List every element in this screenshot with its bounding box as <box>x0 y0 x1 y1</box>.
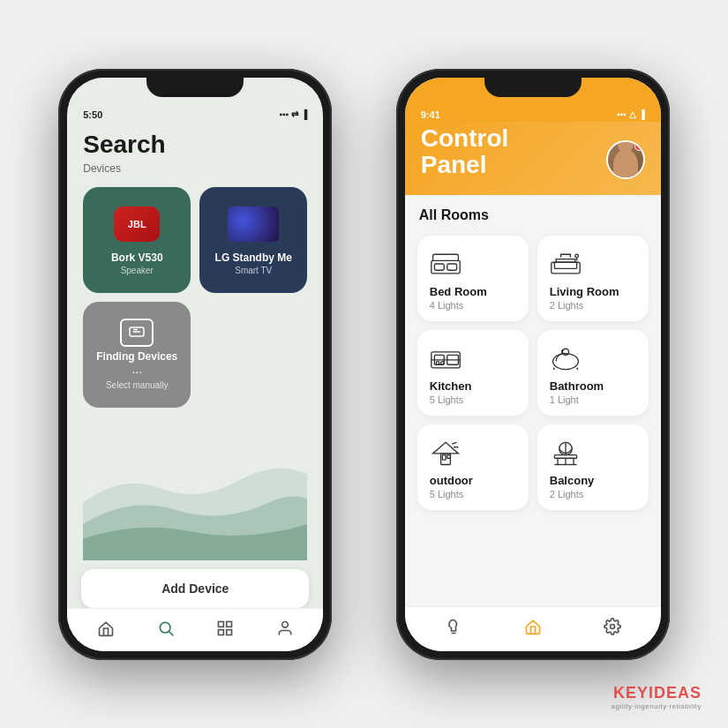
nav-search-icon[interactable] <box>155 618 176 639</box>
livingroom-icon <box>550 250 582 278</box>
bedroom-icon <box>430 250 462 278</box>
bedroom-lights: 4 Lights <box>430 300 464 311</box>
scene: 5:50 ▪▪▪ ⇄ ▐ Search Devices Bork V53 <box>0 0 728 728</box>
balcony-icon <box>550 439 582 467</box>
all-rooms-title: All Rooms <box>417 207 649 223</box>
avatar-status-dot <box>634 142 643 151</box>
status-bar-right: 9:41 ▪▪▪ △ ▐ <box>405 104 661 122</box>
kitchen-lights: 5 Lights <box>430 394 464 405</box>
jbl-speaker-icon <box>114 206 160 242</box>
outdoor-name: outdoor <box>430 474 473 487</box>
wifi-icon: ⇄ <box>291 109 298 119</box>
svg-rect-12 <box>447 264 457 270</box>
svg-point-20 <box>436 362 439 365</box>
nav-grid-icon[interactable] <box>214 618 236 639</box>
bork-name: Bork V530 <box>111 251 163 264</box>
svg-rect-10 <box>432 260 460 273</box>
battery-icon: ▐ <box>301 109 307 119</box>
status-bar-left: 5:50 ▪▪▪ ⇄ ▐ <box>67 104 323 122</box>
brand-name: KEYIDEAS <box>611 684 702 702</box>
time-left: 5:50 <box>83 109 102 120</box>
bathroom-lights: 1 Light <box>550 394 579 405</box>
tv-screen-icon <box>228 206 279 242</box>
livingroom-name: Living Room <box>550 285 619 298</box>
svg-point-22 <box>552 354 578 370</box>
svg-point-34 <box>610 624 614 628</box>
room-card-outdoor[interactable]: outdoor 5 Lights <box>417 424 529 510</box>
outdoor-icon <box>430 439 462 467</box>
lg-type: Smart TV <box>235 266 272 275</box>
finder-name: Finding Devices <box>96 350 177 363</box>
room-card-kitchen[interactable]: Kitchen 5 Lights <box>417 330 529 416</box>
notch <box>146 78 244 97</box>
bathroom-name: Bathroom <box>550 379 604 393</box>
control-content: All Rooms Bed Room 4 Lights <box>405 195 661 605</box>
rooms-grid: Bed Room 4 Lights Living R <box>417 236 649 510</box>
control-title: ControlPanel <box>421 125 509 180</box>
kitchen-icon <box>430 344 462 372</box>
notch-bar <box>67 78 323 104</box>
tv-screen-inner <box>228 206 279 242</box>
kitchen-name: Kitchen <box>430 379 472 393</box>
signal-icon: ▪▪▪ <box>280 109 289 119</box>
device-card-finder[interactable]: Finding Devices ··· Select manually <box>83 302 191 408</box>
search-subtitle: Devices <box>83 162 307 175</box>
svg-line-4 <box>169 631 173 635</box>
nav-home-icon[interactable] <box>95 618 116 639</box>
brand: KEYIDEAS agility·ingenuity·reliability <box>611 684 702 710</box>
svg-rect-29 <box>554 455 576 459</box>
svg-rect-13 <box>552 262 580 274</box>
device-card-lg[interactable]: LG Standby Me Smart TV <box>199 187 307 293</box>
time-right: 9:41 <box>421 109 440 120</box>
balcony-name: Balcony <box>550 474 595 487</box>
finder-dots: ··· <box>131 364 142 379</box>
svg-rect-26 <box>447 455 451 459</box>
right-notch <box>484 78 582 97</box>
lg-image <box>227 205 280 244</box>
right-signal-icon: ▪▪▪ <box>617 109 627 119</box>
brand-deas: DEAS <box>654 684 702 702</box>
avatar-person <box>613 149 638 177</box>
bathroom-icon <box>550 344 582 372</box>
outdoor-lights: 5 Lights <box>430 489 464 499</box>
svg-rect-7 <box>219 629 224 634</box>
right-notch-bar <box>405 78 661 104</box>
user-avatar[interactable] <box>606 140 645 179</box>
device-grid: Bork V530 Speaker LG Standby Me Smart TV <box>83 187 307 408</box>
svg-rect-14 <box>554 262 576 268</box>
status-icons-left: ▪▪▪ ⇄ ▐ <box>280 109 308 119</box>
svg-rect-11 <box>434 264 444 270</box>
room-card-balcony[interactable]: Balcony 2 Lights <box>537 424 649 510</box>
nav-bulb-icon[interactable] <box>443 616 464 637</box>
bork-image <box>110 205 163 244</box>
bedroom-name: Bed Room <box>430 285 487 298</box>
livingroom-lights: 2 Lights <box>550 300 584 311</box>
svg-point-3 <box>160 622 170 633</box>
search-title: Search <box>83 131 307 159</box>
bork-type: Speaker <box>121 266 154 275</box>
search-content: Search Devices Bork V530 Speaker <box>67 122 323 560</box>
lg-name: LG Standby Me <box>215 251 292 264</box>
brand-tagline: agility·ingenuity·reliability <box>611 702 702 710</box>
brand-key: KEY <box>613 684 649 702</box>
svg-point-21 <box>440 362 444 365</box>
svg-rect-8 <box>227 629 232 634</box>
control-header: ControlPanel <box>405 122 661 196</box>
left-phone: 5:50 ▪▪▪ ⇄ ▐ Search Devices Bork V53 <box>58 69 332 660</box>
nav-settings-icon[interactable] <box>602 616 623 637</box>
right-phone: 9:41 ▪▪▪ △ ▐ ControlPanel All Rooms <box>396 69 670 660</box>
wave-background <box>83 417 307 560</box>
room-card-bedroom[interactable]: Bed Room 4 Lights <box>417 236 529 321</box>
bottom-nav-right <box>405 606 661 651</box>
add-device-button[interactable]: Add Device <box>81 569 309 608</box>
finder-manual: Select manually <box>106 380 169 390</box>
nav-user-icon[interactable] <box>274 618 296 639</box>
svg-point-9 <box>281 621 288 627</box>
room-card-bathroom[interactable]: Bathroom 1 Light <box>537 330 649 416</box>
room-card-livingroom[interactable]: Living Room 2 Lights <box>537 236 649 321</box>
device-card-bork[interactable]: Bork V530 Speaker <box>83 187 191 293</box>
svg-rect-5 <box>219 621 224 627</box>
nav-home-right-icon[interactable] <box>522 616 544 637</box>
balcony-lights: 2 Lights <box>550 489 584 499</box>
status-icons-right: ▪▪▪ △ ▐ <box>617 109 645 119</box>
